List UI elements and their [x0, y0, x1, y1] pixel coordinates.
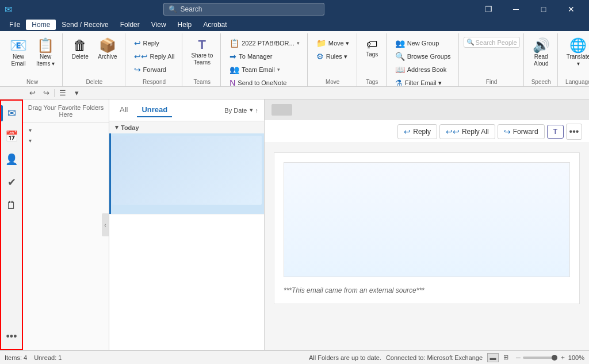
view-buttons: ▬ ⊞ — [487, 353, 511, 362]
reply-icon: ↩ — [134, 39, 141, 48]
move-button[interactable]: 📁 Move ▾ — [312, 37, 353, 49]
ribbon-group-language-label: Language — [565, 79, 589, 86]
browse-groups-button[interactable]: 🔍 Browse Groups — [391, 50, 455, 63]
rp-reply-all-button[interactable]: ↩↩ Reply All — [439, 124, 495, 139]
read-aloud-button[interactable]: 🔊 ReadAloud — [529, 36, 554, 72]
ribbon-group-respond-label: Respond — [143, 79, 166, 86]
folder-group-1-header[interactable]: ▾ — [25, 125, 106, 135]
quickstep-onenote[interactable]: N Send to OneNote — [225, 76, 304, 86]
message-filter[interactable]: By Date ▾ ↑ — [224, 106, 258, 114]
archive-button[interactable]: 📦 Archive — [94, 36, 121, 72]
tags-icon: 🏷 — [366, 39, 378, 50]
folder-pane-collapse[interactable]: ‹ — [102, 213, 109, 236]
search-box[interactable]: 🔍 Search — [163, 3, 324, 16]
sidebar-item-mail[interactable]: ✉ — [1, 103, 22, 124]
zoom-out-icon[interactable]: ─ — [516, 354, 521, 361]
ribbon-group-delete: 🗑 Delete 📦 Archive Delete — [64, 33, 125, 86]
group-today-label: Today — [121, 124, 139, 131]
rp-more-button[interactable]: ••• — [566, 124, 582, 140]
qa-redo-button[interactable]: ↪ — [40, 87, 52, 99]
message-item-1[interactable] — [109, 133, 264, 214]
menu-send-receive[interactable]: Send / Receive — [56, 20, 114, 30]
new-email-button[interactable]: 📧 NewEmail — [6, 36, 31, 72]
delete-icon: 🗑 — [73, 39, 87, 52]
delete-button[interactable]: 🗑 Delete — [67, 36, 93, 72]
menu-help[interactable]: Help — [172, 20, 198, 30]
menu-view[interactable]: View — [146, 20, 172, 30]
menu-file[interactable]: File — [3, 20, 26, 30]
qa-separator — [54, 89, 55, 97]
qa-dropdown-button[interactable]: ▾ — [71, 87, 82, 99]
status-left: Items: 4 Unread: 1 — [5, 354, 62, 361]
menu-home[interactable]: Home — [26, 20, 56, 30]
sidebar-item-more[interactable]: ••• — [1, 326, 22, 347]
read-aloud-label: ReadAloud — [534, 53, 549, 67]
tab-all[interactable]: All — [115, 103, 132, 117]
ribbon-group-delete-label: Delete — [86, 79, 102, 86]
rp-reply-label: Reply — [413, 128, 431, 136]
folder-pane-header: Drag Your Favorite Folders Here — [23, 99, 109, 123]
status-unread: Unread: 1 — [34, 354, 62, 361]
view-btn-2[interactable]: ⊞ — [500, 353, 511, 362]
folder-pane-content: ▾ ▾ — [23, 123, 109, 350]
filter-email-button[interactable]: ⚗ Filter Email ▾ — [391, 76, 455, 86]
menu-acrobat[interactable]: Acrobat — [197, 20, 232, 30]
title-bar-center: 🔍 Search — [12, 3, 475, 16]
new-items-button[interactable]: 📋 NewItems ▾ — [32, 36, 59, 72]
browse-groups-label: Browse Groups — [407, 53, 451, 60]
share-teams-label: Share toTeams — [191, 52, 213, 66]
reply-label: Reply — [143, 40, 159, 47]
minimize-button[interactable]: ─ — [503, 0, 529, 18]
quickstep-ptab[interactable]: 📋 2022 PTAB/BOR... ▾ — [225, 37, 304, 49]
rp-forward-button[interactable]: ↪ Forward — [498, 124, 545, 139]
restore-button[interactable]: ❐ — [475, 0, 502, 18]
status-right: All Folders are up to date. Connected to… — [309, 353, 584, 362]
forward-label: Forward — [143, 66, 166, 73]
qa-menu-button[interactable]: ☰ — [57, 87, 68, 99]
reply-button[interactable]: ↩ Reply — [130, 37, 179, 49]
reply-all-button[interactable]: ↩↩ Reply All — [130, 50, 179, 63]
close-button[interactable]: ✕ — [558, 0, 584, 18]
move-icon: 📁 — [316, 39, 326, 48]
rp-teams-icon: T — [553, 128, 557, 136]
reading-pane-content: ***This email came from an external sour… — [265, 143, 589, 350]
sidebar-icons: ✉ 📅 👤 ✔ 🗒 ••• — [0, 99, 23, 350]
new-group-label: New Group — [407, 40, 439, 47]
ptab-label: 2022 PTAB/BOR... — [242, 40, 294, 47]
maximize-button[interactable]: □ — [530, 0, 557, 18]
folder-chevron-1: ▾ — [29, 127, 32, 133]
rules-icon: ⚙ — [316, 52, 324, 61]
email-body: ***This email came from an external sour… — [274, 152, 580, 304]
share-teams-button[interactable]: T Share toTeams — [187, 36, 217, 72]
ribbon-group-find-label: Find — [486, 79, 497, 86]
address-book-button[interactable]: 📖 Address Book — [391, 63, 455, 76]
search-people-input[interactable]: 🔍 Search People — [464, 37, 520, 48]
tags-button[interactable]: 🏷 Tags — [362, 36, 383, 72]
sidebar-item-people[interactable]: 👤 — [1, 149, 22, 170]
rp-reply-button[interactable]: ↩ Reply — [397, 124, 437, 139]
avatar-placeholder — [271, 104, 292, 116]
read-aloud-icon: 🔊 — [533, 39, 550, 52]
translate-icon: 🌐 — [569, 39, 587, 52]
ribbon-group-find: 🔍 Search People Find — [460, 33, 524, 86]
search-people-icon: 🔍 — [466, 39, 475, 46]
quickstep-manager[interactable]: ➡ To Manager — [225, 50, 304, 63]
view-btn-1[interactable]: ▬ — [487, 353, 499, 362]
zoom-slider[interactable] — [523, 357, 557, 359]
folder-group-2-header[interactable]: ▾ — [25, 136, 106, 145]
quickstep-team[interactable]: 👥 Team Email ▾ — [225, 63, 304, 76]
new-group-button[interactable]: 👥 New Group — [391, 37, 455, 49]
sidebar-item-calendar[interactable]: 📅 — [1, 126, 22, 147]
sidebar-item-notes[interactable]: 🗒 — [1, 195, 22, 216]
forward-button[interactable]: ↪ Forward — [130, 63, 179, 76]
ribbon-group-respond: ↩ Reply ↩↩ Reply All ↪ Forward Respond — [127, 33, 183, 86]
qa-undo-button[interactable]: ↩ — [26, 87, 38, 99]
zoom-in-icon[interactable]: ＋ — [560, 353, 566, 362]
translate-button[interactable]: 🌐 Translate▾ — [563, 36, 589, 72]
tab-unread[interactable]: Unread — [137, 103, 172, 117]
rp-teams-button[interactable]: T — [547, 125, 564, 139]
menu-folder[interactable]: Folder — [114, 20, 146, 30]
rules-button[interactable]: ⚙ Rules ▾ — [312, 50, 353, 63]
message-list: All Unread By Date ▾ ↑ ▾ Today — [109, 99, 265, 350]
sidebar-item-tasks[interactable]: ✔ — [1, 172, 22, 193]
